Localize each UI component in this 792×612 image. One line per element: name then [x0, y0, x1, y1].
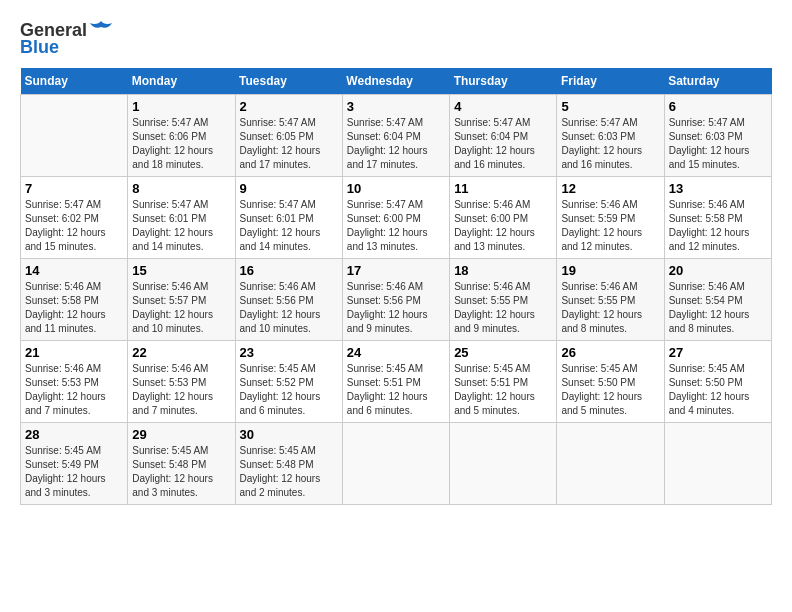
calendar-cell: 12Sunrise: 5:46 AMSunset: 5:59 PMDayligh…: [557, 177, 664, 259]
col-header-saturday: Saturday: [664, 68, 771, 95]
calendar-cell: 5Sunrise: 5:47 AMSunset: 6:03 PMDaylight…: [557, 95, 664, 177]
calendar-table: SundayMondayTuesdayWednesdayThursdayFrid…: [20, 68, 772, 505]
calendar-cell: 27Sunrise: 5:45 AMSunset: 5:50 PMDayligh…: [664, 341, 771, 423]
day-number: 16: [240, 263, 338, 278]
day-info: Sunrise: 5:45 AMSunset: 5:51 PMDaylight:…: [347, 362, 445, 418]
day-number: 29: [132, 427, 230, 442]
col-header-sunday: Sunday: [21, 68, 128, 95]
day-number: 30: [240, 427, 338, 442]
day-number: 3: [347, 99, 445, 114]
calendar-week-row: 28Sunrise: 5:45 AMSunset: 5:49 PMDayligh…: [21, 423, 772, 505]
calendar-cell: 10Sunrise: 5:47 AMSunset: 6:00 PMDayligh…: [342, 177, 449, 259]
calendar-header-row: SundayMondayTuesdayWednesdayThursdayFrid…: [21, 68, 772, 95]
calendar-cell: 17Sunrise: 5:46 AMSunset: 5:56 PMDayligh…: [342, 259, 449, 341]
calendar-cell: 8Sunrise: 5:47 AMSunset: 6:01 PMDaylight…: [128, 177, 235, 259]
calendar-cell: 20Sunrise: 5:46 AMSunset: 5:54 PMDayligh…: [664, 259, 771, 341]
calendar-week-row: 1Sunrise: 5:47 AMSunset: 6:06 PMDaylight…: [21, 95, 772, 177]
day-info: Sunrise: 5:45 AMSunset: 5:51 PMDaylight:…: [454, 362, 552, 418]
day-number: 15: [132, 263, 230, 278]
day-info: Sunrise: 5:46 AMSunset: 5:59 PMDaylight:…: [561, 198, 659, 254]
day-info: Sunrise: 5:47 AMSunset: 6:03 PMDaylight:…: [669, 116, 767, 172]
day-number: 22: [132, 345, 230, 360]
day-number: 18: [454, 263, 552, 278]
day-info: Sunrise: 5:46 AMSunset: 5:58 PMDaylight:…: [669, 198, 767, 254]
calendar-cell: 29Sunrise: 5:45 AMSunset: 5:48 PMDayligh…: [128, 423, 235, 505]
day-info: Sunrise: 5:46 AMSunset: 5:55 PMDaylight:…: [561, 280, 659, 336]
calendar-week-row: 14Sunrise: 5:46 AMSunset: 5:58 PMDayligh…: [21, 259, 772, 341]
day-info: Sunrise: 5:46 AMSunset: 5:57 PMDaylight:…: [132, 280, 230, 336]
day-number: 6: [669, 99, 767, 114]
day-number: 28: [25, 427, 123, 442]
day-number: 8: [132, 181, 230, 196]
day-info: Sunrise: 5:47 AMSunset: 6:00 PMDaylight:…: [347, 198, 445, 254]
calendar-cell: 11Sunrise: 5:46 AMSunset: 6:00 PMDayligh…: [450, 177, 557, 259]
col-header-monday: Monday: [128, 68, 235, 95]
calendar-cell: 19Sunrise: 5:46 AMSunset: 5:55 PMDayligh…: [557, 259, 664, 341]
day-info: Sunrise: 5:46 AMSunset: 5:53 PMDaylight:…: [132, 362, 230, 418]
col-header-wednesday: Wednesday: [342, 68, 449, 95]
day-number: 13: [669, 181, 767, 196]
calendar-cell: 1Sunrise: 5:47 AMSunset: 6:06 PMDaylight…: [128, 95, 235, 177]
day-info: Sunrise: 5:46 AMSunset: 6:00 PMDaylight:…: [454, 198, 552, 254]
calendar-cell: 16Sunrise: 5:46 AMSunset: 5:56 PMDayligh…: [235, 259, 342, 341]
day-number: 17: [347, 263, 445, 278]
calendar-week-row: 7Sunrise: 5:47 AMSunset: 6:02 PMDaylight…: [21, 177, 772, 259]
col-header-friday: Friday: [557, 68, 664, 95]
calendar-cell: 30Sunrise: 5:45 AMSunset: 5:48 PMDayligh…: [235, 423, 342, 505]
day-info: Sunrise: 5:47 AMSunset: 6:01 PMDaylight:…: [132, 198, 230, 254]
calendar-cell: 7Sunrise: 5:47 AMSunset: 6:02 PMDaylight…: [21, 177, 128, 259]
day-number: 10: [347, 181, 445, 196]
day-info: Sunrise: 5:46 AMSunset: 5:53 PMDaylight:…: [25, 362, 123, 418]
logo-container: General Blue: [20, 20, 112, 58]
calendar-cell: 26Sunrise: 5:45 AMSunset: 5:50 PMDayligh…: [557, 341, 664, 423]
day-info: Sunrise: 5:47 AMSunset: 6:03 PMDaylight:…: [561, 116, 659, 172]
calendar-cell: 9Sunrise: 5:47 AMSunset: 6:01 PMDaylight…: [235, 177, 342, 259]
calendar-cell: 25Sunrise: 5:45 AMSunset: 5:51 PMDayligh…: [450, 341, 557, 423]
calendar-cell: 3Sunrise: 5:47 AMSunset: 6:04 PMDaylight…: [342, 95, 449, 177]
logo-bird-icon: [90, 19, 112, 37]
day-number: 7: [25, 181, 123, 196]
day-number: 27: [669, 345, 767, 360]
day-number: 20: [669, 263, 767, 278]
logo-blue: Blue: [20, 37, 59, 58]
day-number: 11: [454, 181, 552, 196]
calendar-cell: 4Sunrise: 5:47 AMSunset: 6:04 PMDaylight…: [450, 95, 557, 177]
col-header-tuesday: Tuesday: [235, 68, 342, 95]
day-info: Sunrise: 5:45 AMSunset: 5:48 PMDaylight:…: [132, 444, 230, 500]
calendar-cell: 14Sunrise: 5:46 AMSunset: 5:58 PMDayligh…: [21, 259, 128, 341]
calendar-cell: 18Sunrise: 5:46 AMSunset: 5:55 PMDayligh…: [450, 259, 557, 341]
day-number: 14: [25, 263, 123, 278]
page-header: General Blue: [20, 20, 772, 58]
day-info: Sunrise: 5:45 AMSunset: 5:48 PMDaylight:…: [240, 444, 338, 500]
calendar-cell: 6Sunrise: 5:47 AMSunset: 6:03 PMDaylight…: [664, 95, 771, 177]
day-info: Sunrise: 5:45 AMSunset: 5:50 PMDaylight:…: [669, 362, 767, 418]
day-number: 12: [561, 181, 659, 196]
day-info: Sunrise: 5:45 AMSunset: 5:50 PMDaylight:…: [561, 362, 659, 418]
day-info: Sunrise: 5:47 AMSunset: 6:05 PMDaylight:…: [240, 116, 338, 172]
calendar-cell: 23Sunrise: 5:45 AMSunset: 5:52 PMDayligh…: [235, 341, 342, 423]
day-number: 19: [561, 263, 659, 278]
calendar-cell: [557, 423, 664, 505]
day-info: Sunrise: 5:47 AMSunset: 6:02 PMDaylight:…: [25, 198, 123, 254]
calendar-cell: [664, 423, 771, 505]
day-info: Sunrise: 5:46 AMSunset: 5:56 PMDaylight:…: [347, 280, 445, 336]
day-number: 25: [454, 345, 552, 360]
day-info: Sunrise: 5:46 AMSunset: 5:58 PMDaylight:…: [25, 280, 123, 336]
day-number: 24: [347, 345, 445, 360]
calendar-cell: 24Sunrise: 5:45 AMSunset: 5:51 PMDayligh…: [342, 341, 449, 423]
calendar-cell: 21Sunrise: 5:46 AMSunset: 5:53 PMDayligh…: [21, 341, 128, 423]
day-info: Sunrise: 5:46 AMSunset: 5:56 PMDaylight:…: [240, 280, 338, 336]
day-number: 2: [240, 99, 338, 114]
day-number: 4: [454, 99, 552, 114]
calendar-cell: 28Sunrise: 5:45 AMSunset: 5:49 PMDayligh…: [21, 423, 128, 505]
calendar-cell: [450, 423, 557, 505]
day-info: Sunrise: 5:46 AMSunset: 5:55 PMDaylight:…: [454, 280, 552, 336]
calendar-cell: [21, 95, 128, 177]
calendar-cell: 13Sunrise: 5:46 AMSunset: 5:58 PMDayligh…: [664, 177, 771, 259]
col-header-thursday: Thursday: [450, 68, 557, 95]
day-info: Sunrise: 5:45 AMSunset: 5:52 PMDaylight:…: [240, 362, 338, 418]
day-info: Sunrise: 5:47 AMSunset: 6:01 PMDaylight:…: [240, 198, 338, 254]
day-info: Sunrise: 5:47 AMSunset: 6:04 PMDaylight:…: [454, 116, 552, 172]
day-number: 1: [132, 99, 230, 114]
day-info: Sunrise: 5:47 AMSunset: 6:06 PMDaylight:…: [132, 116, 230, 172]
